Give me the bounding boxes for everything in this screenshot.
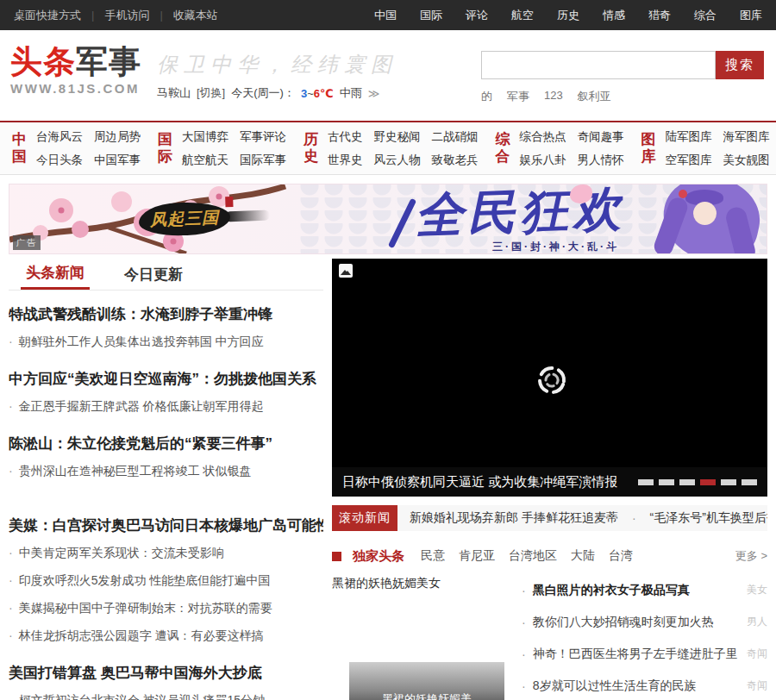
category-tag[interactable]: 奇闻 bbox=[740, 647, 767, 661]
news-sub-item[interactable]: ·朝鲜驻外工作人员集体出逃投奔韩国 中方回应 bbox=[9, 328, 323, 355]
news-sub-item[interactable]: ·贵州深山在造神秘巨型工程将竣工 状似银盘 bbox=[9, 457, 323, 484]
game-logo-text: 风起三国 bbox=[150, 207, 220, 232]
channel-label-gallery[interactable]: 图 库 bbox=[641, 131, 656, 166]
topnav-international[interactable]: 国际 bbox=[420, 8, 442, 23]
exclusive-tab[interactable]: 民意 bbox=[421, 548, 445, 564]
news-sub-item[interactable]: ·中美肯定两军关系现状：交流未受影响 bbox=[9, 539, 323, 566]
ticker-item[interactable]: “毛泽东号”机车换型后投入运营 bbox=[650, 510, 767, 526]
carousel-dot[interactable] bbox=[742, 479, 757, 485]
exclusive-tab[interactable]: 大陆 bbox=[571, 548, 595, 564]
tab-headline-news[interactable]: 头条新闻 bbox=[21, 259, 90, 290]
nav-link[interactable]: 综合热点 bbox=[520, 129, 566, 145]
nav-link[interactable]: 二战硝烟 bbox=[432, 129, 479, 145]
video-player[interactable]: 日称中俄侦察机同天逼近 或为收集冲绳军演情报 bbox=[332, 259, 767, 497]
nav-link[interactable]: 周边局势 bbox=[94, 129, 141, 145]
nav-link[interactable]: 今日头条 bbox=[36, 153, 83, 168]
channel-label-china[interactable]: 中 国 bbox=[12, 131, 27, 166]
scrolling-news-button[interactable]: 滚动新闻 bbox=[332, 505, 397, 531]
exclusive-tab[interactable]: 台湾 bbox=[609, 548, 633, 564]
bullet-icon: · bbox=[9, 628, 13, 642]
feature-photo-thumbnail[interactable]: 黑裙的妖艳妩媚美 bbox=[349, 662, 504, 700]
more-link[interactable]: 更多 > bbox=[735, 548, 767, 564]
carousel-dot[interactable] bbox=[721, 479, 736, 485]
feature-photo-link[interactable]: 黑裙的妖艳妩媚美女 bbox=[332, 576, 441, 591]
news-sub-item[interactable]: ·林佳龙拆胡志强公园题字 遭讽：有必要这样搞 bbox=[9, 622, 323, 649]
search-button[interactable]: 搜索 bbox=[716, 51, 764, 79]
nav-link[interactable]: 野史秘闻 bbox=[374, 129, 421, 145]
hot-word[interactable]: 的 bbox=[481, 89, 492, 104]
ticker-item[interactable]: 新娘婚礼现场弃新郎 手捧鲜花狂追麦蒂 bbox=[410, 510, 618, 526]
nav-link[interactable]: 世界史 bbox=[328, 153, 363, 168]
topnav-emotion[interactable]: 情感 bbox=[603, 8, 625, 23]
news-sub-item[interactable]: ·印度欢呼烈火5发射成功 性能垫底但能打遍中国 bbox=[9, 566, 323, 594]
topnav-china[interactable]: 中国 bbox=[374, 8, 397, 23]
topnav-misc[interactable]: 综合 bbox=[694, 8, 717, 23]
exclusive-item-text: 神奇！巴西医生将男子左手缝进肚子里 bbox=[533, 647, 738, 662]
carousel-dot[interactable] bbox=[679, 479, 695, 485]
topnav-oddities[interactable]: 猎奇 bbox=[648, 8, 671, 23]
hot-word[interactable]: 军事 bbox=[507, 89, 529, 104]
news-headline[interactable]: 陈淞山：朱立伦接党魁后的“紧要三件事” bbox=[9, 434, 323, 453]
carousel-dot[interactable] bbox=[659, 479, 674, 485]
nav-link[interactable]: 风云人物 bbox=[374, 153, 421, 168]
channel-label-history[interactable]: 历 史 bbox=[304, 131, 318, 166]
exclusive-tab[interactable]: 肯尼亚 bbox=[459, 548, 495, 564]
exclusive-list-item[interactable]: ·黑白照片的衬衣女子极品写真美女 bbox=[522, 574, 767, 606]
hot-word[interactable]: 叙利亚 bbox=[578, 89, 611, 104]
channel-label-international[interactable]: 国 际 bbox=[158, 131, 172, 166]
news-sub-item[interactable]: ·柯文哲初访台北市议会 被议员迎头痛骂15分钟 bbox=[9, 686, 323, 700]
nav-link[interactable]: 航空航天 bbox=[182, 153, 228, 168]
news-sub-item[interactable]: ·金正恩手握新王牌武器 价格低廉让朝军用得起 bbox=[9, 392, 323, 420]
nav-link[interactable]: 陆军图库 bbox=[666, 129, 712, 145]
news-headline[interactable]: 中方回应“美欢迎日空巡南海”：勿挑拨他国关系 bbox=[9, 369, 323, 389]
carousel-dot-active[interactable] bbox=[700, 479, 716, 485]
news-headline[interactable]: 美国打错算盘 奥巴马帮中国海外大抄底 bbox=[9, 663, 323, 683]
exclusive-tab[interactable]: 台湾地区 bbox=[509, 548, 557, 564]
nav-link[interactable]: 大国博弈 bbox=[182, 129, 228, 145]
topbar-link-desktop-shortcut[interactable]: 桌面快捷方式 bbox=[14, 8, 81, 23]
exclusive-list-item[interactable]: ·教你们八大妙招销魂时刻更加火热男人 bbox=[522, 606, 767, 638]
nav-link[interactable]: 美女靓图 bbox=[723, 153, 770, 168]
news-headline[interactable]: 美媒：白宫探讨奥巴马访问日本核爆地广岛可能性 bbox=[9, 516, 323, 535]
category-tag[interactable]: 男人 bbox=[740, 615, 767, 629]
topnav-commentary[interactable]: 评论 bbox=[466, 8, 488, 23]
category-tag[interactable]: 美女 bbox=[740, 583, 767, 597]
exclusive-list-item[interactable]: ·8岁就可以过性生活生育的民族奇闻 bbox=[522, 670, 767, 700]
nav-link[interactable]: 奇闻趣事 bbox=[578, 129, 624, 145]
nav-link[interactable]: 国际军事 bbox=[240, 153, 286, 168]
site-logo[interactable]: 头条军事 WWW.81JS.COM bbox=[10, 46, 141, 96]
topnav-history[interactable]: 历史 bbox=[557, 8, 579, 23]
exclusive-list-item[interactable]: ·神奇！巴西医生将男子左手缝进肚子里奇闻 bbox=[522, 638, 767, 670]
video-caption[interactable]: 日称中俄侦察机同天逼近 或为收集冲绳军演情报 bbox=[342, 474, 617, 491]
nav-link[interactable]: 空军图库 bbox=[666, 153, 712, 168]
weather-more-arrow[interactable]: ≫ bbox=[368, 87, 380, 100]
ad-banner[interactable]: 风起三国 全民狂欢 三·国·封·神·大·乱·斗 广告 bbox=[9, 184, 767, 254]
exclusive-section-title[interactable]: 独家头条 bbox=[353, 548, 404, 565]
topnav-gallery[interactable]: 图库 bbox=[740, 8, 762, 23]
nav-link[interactable]: 古代史 bbox=[328, 129, 363, 145]
carousel-dot[interactable] bbox=[638, 479, 654, 485]
nav-link[interactable]: 中国军事 bbox=[94, 153, 141, 168]
hot-word[interactable]: 123 bbox=[544, 89, 563, 104]
nav-link[interactable]: 男人情怀 bbox=[578, 153, 624, 168]
weather-switch-link[interactable]: [切换] bbox=[197, 85, 225, 101]
tab-today-updates[interactable]: 今日更新 bbox=[119, 259, 188, 290]
topbar-link-mobile[interactable]: 手机访问 bbox=[104, 8, 149, 23]
nav-link[interactable]: 娱乐八卦 bbox=[520, 153, 566, 168]
topnav-aviation[interactable]: 航空 bbox=[511, 8, 534, 23]
nav-link[interactable]: 致敬老兵 bbox=[432, 153, 479, 168]
video-caption-bar: 日称中俄侦察机同天逼近 或为收集冲绳军演情报 bbox=[332, 467, 767, 497]
nav-link[interactable]: 军事评论 bbox=[240, 129, 286, 145]
news-headline[interactable]: 特战武警残酷训练：水淹到脖子举重冲锋 bbox=[9, 304, 323, 324]
search-input[interactable] bbox=[481, 51, 716, 79]
exclusive-body: 黑裙的妖艳妩媚美女 黑裙的妖艳妩媚美 ·黑白照片的衬衣女子极品写真美女 ·教你们… bbox=[332, 574, 767, 700]
section-marker-icon bbox=[332, 552, 341, 561]
channel-label-misc[interactable]: 综 合 bbox=[496, 131, 510, 166]
category-tag[interactable]: 奇闻 bbox=[740, 678, 767, 693]
nav-link[interactable]: 台海风云 bbox=[36, 129, 83, 145]
nav-link[interactable]: 海军图库 bbox=[723, 129, 770, 145]
carousel-pager bbox=[638, 479, 757, 485]
news-sub-item[interactable]: ·美媒揭秘中国中子弹研制始末：对抗苏联的需要 bbox=[9, 594, 323, 622]
topbar-link-bookmark[interactable]: 收藏本站 bbox=[173, 8, 218, 23]
bullet-icon: · bbox=[9, 601, 13, 615]
